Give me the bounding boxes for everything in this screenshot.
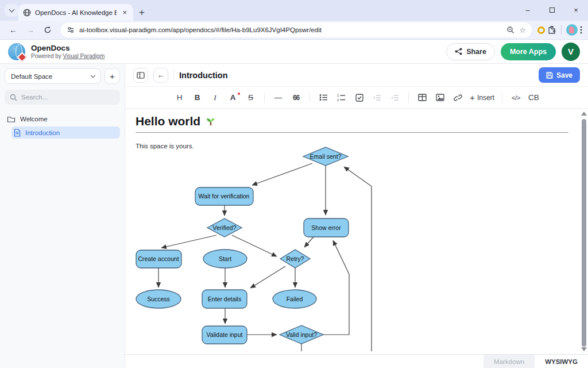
insert-table-button[interactable]: [415, 90, 430, 105]
bullet-list-button[interactable]: [316, 90, 331, 105]
plus-icon: +: [470, 93, 475, 102]
forward-button[interactable]: →: [23, 22, 38, 37]
app-title: OpenDocs: [31, 44, 105, 53]
minimize-button[interactable]: –: [516, 0, 540, 20]
search-input[interactable]: [21, 94, 102, 101]
app-header: OpenDocs Powered by Visual Paradigm Shar…: [0, 40, 588, 64]
reload-button[interactable]: [40, 22, 55, 37]
font-color-button[interactable]: A: [225, 90, 241, 105]
scrollbar-thumb[interactable]: [582, 119, 586, 347]
scroll-down-icon[interactable]: [581, 347, 587, 351]
bookmark-star-icon[interactable]: ☆: [519, 26, 526, 34]
folder-label: Welcome: [20, 116, 48, 122]
flow-node-failed: Failed: [273, 290, 316, 308]
extension-badge-icon[interactable]: [537, 26, 545, 34]
editor-status-bar: Markdown WYSIWYG: [125, 354, 588, 368]
toolbar-separator: [310, 93, 310, 103]
italic-button[interactable]: I: [207, 90, 223, 105]
close-window-button[interactable]: ×: [564, 0, 588, 20]
svg-text:Success: Success: [147, 296, 170, 302]
save-label: Save: [556, 71, 572, 79]
toggle-sidebar-button[interactable]: [133, 68, 148, 83]
chevron-down-icon: [9, 7, 14, 13]
site-settings-icon: [67, 26, 75, 34]
horizontal-rule-button[interactable]: —: [270, 90, 286, 105]
bold-button[interactable]: B: [189, 90, 205, 105]
document-icon: [14, 129, 21, 137]
browser-menu-button[interactable]: [580, 25, 582, 34]
flowchart-image[interactable]: Email sent? Wait for verification Show e…: [129, 144, 393, 352]
bullet-list-icon: [319, 94, 328, 101]
toolbar-separator: [264, 93, 265, 103]
svg-text:Verified?: Verified?: [213, 224, 237, 231]
indent-button[interactable]: [369, 90, 385, 105]
inline-code-button[interactable]: </>: [508, 90, 524, 105]
save-button[interactable]: Save: [539, 67, 580, 83]
sidebar-item-introduction[interactable]: Introduction: [11, 126, 120, 139]
svg-text:Enter details: Enter details: [208, 296, 241, 302]
svg-text:Valid input?: Valid input?: [286, 331, 317, 338]
chevron-down-icon: [91, 73, 95, 78]
heading-button[interactable]: H: [172, 90, 187, 105]
insert-image-button[interactable]: [432, 90, 448, 105]
share-label: Share: [466, 48, 486, 56]
visual-paradigm-link[interactable]: Visual Paradigm: [63, 53, 105, 59]
share-button[interactable]: Share: [446, 43, 495, 60]
flow-node-email-sent: Email sent?: [303, 147, 348, 166]
ordered-list-button[interactable]: 12: [334, 90, 349, 105]
browser-profile-avatar[interactable]: [566, 24, 578, 36]
svg-text:Wait for verification: Wait for verification: [199, 193, 250, 200]
vertical-scrollbar[interactable]: [579, 109, 588, 354]
browser-window: OpenDocs - AI Knowledge Base × + – × ← →…: [0, 0, 588, 368]
insert-link-button[interactable]: [450, 90, 466, 105]
tab-title: OpenDocs - AI Knowledge Base: [35, 9, 117, 16]
sidebar-item-welcome[interactable]: Welcome: [5, 113, 120, 125]
svg-text:Validate input: Validate input: [207, 331, 243, 338]
address-bar[interactable]: ai-toolbox.visual-paradigm.com/app/opend…: [61, 22, 532, 37]
more-apps-button[interactable]: More Apps: [501, 43, 556, 60]
markdown-mode-button[interactable]: Markdown: [483, 355, 535, 368]
tab-close-icon[interactable]: ×: [121, 8, 129, 17]
back-button[interactable]: ←: [6, 22, 21, 37]
opendocs-logo-icon: [8, 43, 25, 60]
table-icon: [418, 94, 427, 101]
flowchart-edges: [158, 163, 372, 351]
doc-item-label: Introduction: [25, 129, 60, 136]
insert-button[interactable]: + Insert: [468, 90, 496, 105]
space-selector[interactable]: Default Space: [5, 68, 101, 84]
wysiwyg-mode-button[interactable]: WYSIWYG: [535, 355, 588, 368]
extensions-button[interactable]: [547, 25, 556, 34]
scroll-up-icon[interactable]: [581, 112, 587, 116]
svg-text:Create account: Create account: [138, 255, 179, 262]
maximize-button[interactable]: [540, 0, 564, 20]
code-block-button[interactable]: CB: [526, 90, 541, 105]
outdent-button[interactable]: [387, 90, 403, 105]
puzzle-icon: [547, 25, 556, 34]
share-nodes-icon: [455, 48, 462, 55]
save-floppy-icon: [546, 72, 553, 79]
folder-icon: [7, 116, 16, 123]
toolbar-separator: [502, 93, 502, 103]
user-avatar[interactable]: V: [562, 43, 580, 61]
search-box[interactable]: [5, 90, 120, 105]
flow-node-enter-details: Enter details: [202, 290, 247, 308]
strikethrough-button[interactable]: S: [243, 90, 258, 105]
add-space-button[interactable]: +: [105, 68, 120, 84]
browser-tab-strip: OpenDocs - AI Knowledge Base × + – ×: [0, 0, 588, 21]
image-icon: [436, 94, 444, 101]
navigate-back-button[interactable]: ←: [153, 68, 168, 83]
blockquote-button[interactable]: 66: [288, 90, 304, 105]
flow-node-validate-input: Validate input: [202, 326, 247, 344]
editor-content[interactable]: Hello world This space is yours.: [125, 109, 588, 354]
sidebar: Default Space + Welcome Introduction: [0, 64, 125, 368]
main-panel: ← Introduction Save H B I A S — 66: [125, 64, 588, 368]
browser-tab[interactable]: OpenDocs - AI Knowledge Base ×: [18, 4, 133, 21]
window-controls: – ×: [516, 0, 588, 20]
tab-search-button[interactable]: [5, 4, 18, 17]
zoom-page-button[interactable]: [506, 26, 514, 34]
task-list-button[interactable]: [351, 90, 367, 105]
doc-heading: Hello world: [136, 114, 571, 128]
search-icon: [10, 94, 17, 101]
new-tab-button[interactable]: +: [139, 7, 145, 18]
browser-toolbar: ← → ai-toolbox.visual-paradigm.com/app/o…: [0, 21, 588, 40]
